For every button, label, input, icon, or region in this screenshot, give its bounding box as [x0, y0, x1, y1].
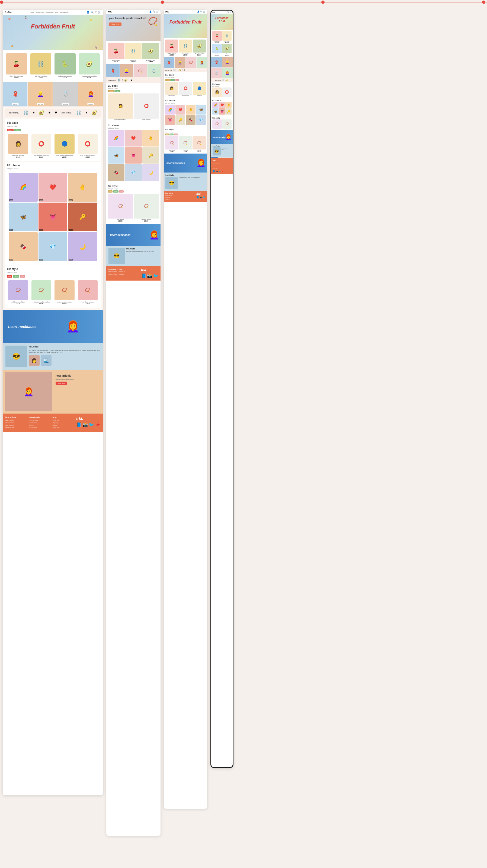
tm-social-ig[interactable]: 📸: [200, 196, 202, 198]
tt-feature-4[interactable]: 💍: [147, 64, 161, 78]
tm-style-1[interactable]: 📿 pink beaded £22.00: [165, 136, 178, 152]
tm-filter-gold[interactable]: gold: [165, 133, 169, 135]
blog-thumb-1[interactable]: 👩: [29, 355, 39, 366]
social-twitter-icon[interactable]: 🐦: [89, 422, 94, 427]
tm-style-3[interactable]: 📿 rainbow £22.00: [193, 136, 206, 152]
social-pinterest-icon[interactable]: 📌: [95, 422, 100, 427]
tm-charm-6[interactable]: 🔑: [175, 115, 185, 125]
tm-social-fb[interactable]: 📘: [196, 196, 199, 198]
tt-charm-2[interactable]: ❤️: [125, 130, 142, 147]
mob-feature-4[interactable]: 👩‍🦰: [222, 68, 233, 78]
mobile-search-icon[interactable]: 🔍: [227, 11, 229, 13]
new-arrivals-btn[interactable]: shop now: [56, 381, 67, 385]
style-product-3[interactable]: 📿 rainbow beaded necklace £22.00: [53, 279, 76, 306]
footer-item-3-1[interactable]: contact us: [53, 419, 74, 422]
tablet-tall-search-icon[interactable]: 🔍: [153, 10, 155, 13]
product-image-4[interactable]: 🥑: [79, 53, 100, 74]
tm-charm-5[interactable]: 👅: [165, 115, 175, 125]
tt-charm-7[interactable]: 🍫: [108, 164, 124, 181]
footer-item-1-2[interactable]: chain necklace: [5, 422, 27, 424]
tm-feature-3[interactable]: 📿: [186, 57, 196, 68]
tt-social-tw[interactable]: 🐦: [153, 273, 159, 278]
feature-btn-3[interactable]: shop now: [62, 103, 69, 105]
tm-feature-4[interactable]: 👩‍🦰: [197, 57, 207, 68]
tt-product-2[interactable]: ⛓️ gold chain £24.00: [125, 43, 142, 63]
tm-filter-pink[interactable]: pink: [175, 79, 179, 81]
tm-s1-product-2[interactable]: ⭕ hoop earrings: [179, 82, 192, 96]
tt-footer-help-1[interactable]: contact us: [119, 271, 125, 273]
tm-footer-item-1[interactable]: heart necklace: [165, 194, 173, 196]
nav-new-arrivals[interactable]: new arrivals: [36, 11, 45, 13]
tm-charm-8[interactable]: 💎: [196, 115, 206, 125]
tm-charm-2[interactable]: ❤️: [175, 105, 185, 115]
charm-cell-9[interactable]: 🌙 charm: [68, 232, 97, 261]
cart-icon[interactable]: 🛒: [98, 11, 101, 13]
step1-product-1[interactable]: 👩 gold chain necklace £24.00: [7, 133, 29, 159]
mob-social-fb[interactable]: 📘: [212, 170, 215, 173]
tm-charm-7[interactable]: 🍫: [186, 115, 196, 125]
footer-item-3-4[interactable]: size guide: [53, 427, 74, 429]
mob-style-1[interactable]: 📿: [212, 119, 222, 129]
footer-item-2-4[interactable]: stud earrings: [29, 427, 51, 429]
search-icon[interactable]: 🔍: [91, 11, 93, 13]
tt-charm-6[interactable]: 🔑: [142, 147, 159, 163]
tt-filter-silver[interactable]: silver: [113, 190, 118, 192]
tm-style-2[interactable]: 📿 multicolour £22.00: [179, 136, 192, 152]
tablet-tall-account-icon[interactable]: 👤: [149, 10, 152, 13]
feature-btn-1[interactable]: shop now: [12, 103, 19, 105]
mob-s1-prod-2[interactable]: ⭕: [222, 88, 232, 97]
tm-filter-silver[interactable]: silver: [170, 133, 174, 135]
tt-charm-5[interactable]: 👅: [125, 147, 142, 163]
mob-charm-2[interactable]: ❤️: [219, 102, 225, 108]
filter-chains[interactable]: chains: [15, 129, 21, 131]
mob-social-ig[interactable]: 📸: [216, 170, 218, 173]
tt-charm-9[interactable]: 🌙: [142, 164, 159, 181]
product-image-3[interactable]: 🐍: [55, 53, 76, 74]
footer-item-2-1[interactable]: pearl necklace: [29, 419, 51, 422]
tm-filter-chains[interactable]: chains: [170, 79, 175, 81]
tm-s1-product-1[interactable]: 👩 chain necklace: [165, 82, 178, 96]
tt-social-fb[interactable]: 📘: [141, 273, 146, 278]
tm-footer-item-3[interactable]: shipping: [165, 198, 173, 200]
charm-cell-4[interactable]: 🦋 charm: [9, 203, 38, 231]
product-image-2[interactable]: ⛓️: [30, 53, 52, 74]
tm-product-3[interactable]: 🥑 avocado charm £18.00: [193, 39, 206, 56]
mobile-cart-icon[interactable]: 🛒: [230, 11, 232, 13]
nav-shop[interactable]: shop: [31, 11, 34, 13]
tt-style-2[interactable]: 📿 rainbow beaded £22.00: [134, 194, 159, 222]
mob-footer-item-1[interactable]: heart necklace: [212, 163, 231, 165]
tt-filter-hoops[interactable]: hoops: [108, 90, 114, 92]
tt-filter-gold[interactable]: gold: [108, 190, 113, 192]
charm-cell-6[interactable]: 🔑 charm: [68, 203, 97, 231]
mob-social-tw[interactable]: 🐦: [219, 170, 221, 173]
style-product-4[interactable]: 📿 heart charm necklace £24.00: [77, 279, 99, 306]
nav-best-sellers[interactable]: best sellers: [60, 11, 68, 13]
footer-item-2-2[interactable]: bead bracelet: [29, 422, 51, 424]
footer-item-3-2[interactable]: shipping: [53, 422, 74, 424]
mob-s1-prod-1[interactable]: 👩: [212, 88, 222, 97]
feature-cell-1[interactable]: 🧣 shop now: [3, 82, 27, 106]
mob-charm-3[interactable]: 🤚: [225, 102, 232, 108]
feature-cell-4[interactable]: 👩‍🦰 shop now: [78, 82, 103, 106]
tt-charm-4[interactable]: 🦋: [108, 147, 124, 163]
footer-item-1-3[interactable]: hoop earrings: [5, 424, 27, 427]
footer-item-1-1[interactable]: heart necklace: [5, 419, 27, 422]
nav-gifts[interactable]: gifts: [55, 11, 58, 13]
tablet-med-account-icon[interactable]: 👤: [197, 10, 200, 13]
step1-product-2[interactable]: ⭕ hoop earrings small gold £12.00: [30, 133, 53, 159]
mob-feature-1[interactable]: 🧣: [211, 57, 222, 67]
tm-charm-3[interactable]: 🤚: [186, 105, 196, 115]
feature-btn-2[interactable]: shop now: [37, 103, 44, 105]
tm-charm-4[interactable]: 🦋: [196, 105, 206, 115]
tt-social-ig[interactable]: 📸: [147, 273, 152, 278]
charm-cell-2[interactable]: ❤️ charm: [38, 173, 67, 202]
style-product-1[interactable]: 📿 pink beaded necklace £22.00: [7, 279, 29, 306]
tablet-med-cart-icon[interactable]: 🛒: [203, 10, 205, 13]
step1-product-3[interactable]: 🔵 hoop earrings medium gold £14.00: [53, 133, 76, 159]
account-icon[interactable]: 👤: [86, 11, 89, 13]
blog-thumb-2[interactable]: 🌊: [41, 355, 52, 366]
mob-feature-3[interactable]: 💍: [211, 68, 222, 78]
tablet-tall-hero-cta[interactable]: shop now: [109, 23, 121, 26]
mob-product-1[interactable]: 🍒 cherry charm £18.00: [212, 31, 222, 43]
filter-silver[interactable]: silver: [13, 275, 19, 278]
